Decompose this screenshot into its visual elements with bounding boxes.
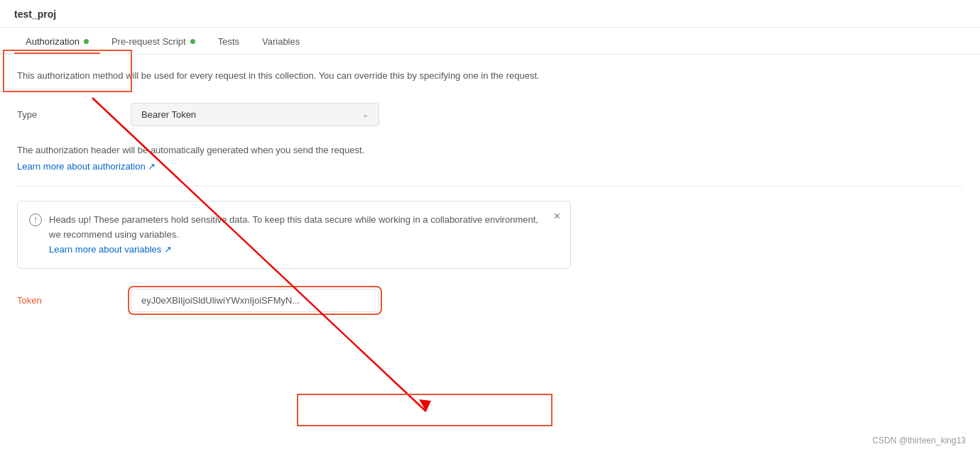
- learn-more-authorization-link[interactable]: Learn more about authorization ↗: [17, 161, 156, 172]
- chevron-down-icon: ⌄: [362, 110, 369, 119]
- type-label: Type: [17, 109, 131, 120]
- tab-authorization[interactable]: Authorization: [14, 28, 100, 54]
- svg-marker-1: [419, 399, 431, 411]
- type-dropdown-value: Bearer Token: [141, 109, 196, 120]
- app-container: test_proj Authorization Pre-request Scri…: [0, 0, 980, 454]
- type-row: Type Bearer Token ⌄: [17, 103, 963, 126]
- warning-close-button[interactable]: ×: [554, 210, 560, 223]
- token-highlight-annotation: [297, 394, 552, 426]
- warning-box: × ! Heads up! These parameters hold sens…: [17, 201, 571, 269]
- tab-pre-request-label: Pre-request Script: [111, 36, 186, 47]
- content-area: This authorization method will be used f…: [0, 55, 980, 326]
- helper-text: The authorization header will be automat…: [17, 143, 963, 157]
- token-row: Token eyJ0eXBlIjoiSldUliwiYWxnIjoiSFMyN.…: [17, 289, 963, 312]
- tab-tests-label: Tests: [218, 36, 239, 47]
- csdn-watermark: CSDN @thirteen_king13: [872, 436, 966, 445]
- token-field[interactable]: eyJ0eXBlIjoiSldUliwiYWxnIjoiSFMyN...: [131, 289, 379, 312]
- description-text: This authorization method will be used f…: [17, 69, 963, 83]
- project-title: test_proj: [0, 0, 980, 28]
- learn-more-variables-link[interactable]: Learn more about variables ↗: [49, 243, 172, 258]
- authorization-dot: [84, 39, 89, 44]
- tab-variables-label: Variables: [262, 36, 300, 47]
- type-dropdown[interactable]: Bearer Token ⌄: [131, 103, 379, 126]
- tab-variables[interactable]: Variables: [251, 28, 311, 54]
- tab-pre-request-script[interactable]: Pre-request Script: [100, 28, 207, 54]
- warning-text: Heads up! These parameters hold sensitiv…: [49, 214, 538, 240]
- warning-content: Heads up! These parameters hold sensitiv…: [49, 213, 542, 257]
- warning-header: ! Heads up! These parameters hold sensit…: [29, 213, 542, 257]
- tab-authorization-label: Authorization: [26, 36, 80, 47]
- token-label: Token: [17, 295, 131, 306]
- pre-request-dot: [190, 39, 195, 44]
- warning-exclamation: !: [34, 216, 36, 224]
- tabs-bar: Authorization Pre-request Script Tests V…: [0, 28, 980, 55]
- tab-tests[interactable]: Tests: [207, 28, 251, 54]
- divider: [17, 186, 963, 187]
- warning-icon: !: [29, 214, 42, 226]
